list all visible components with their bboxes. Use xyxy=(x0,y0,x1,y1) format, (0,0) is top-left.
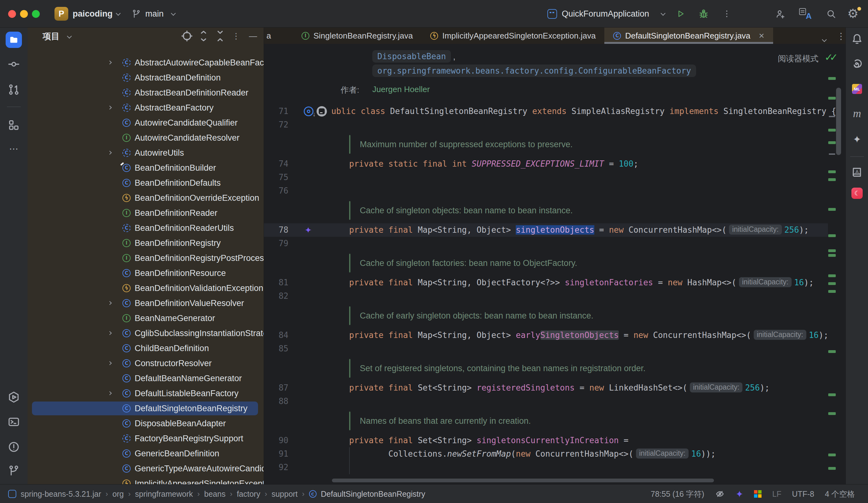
zoom-window-button[interactable] xyxy=(32,10,40,18)
changed-lines-marker[interactable] xyxy=(828,234,836,237)
tree-item[interactable]: CCglibSubclassingInstantiationStrategy xyxy=(28,326,264,341)
structure-tool-button[interactable] xyxy=(8,119,20,131)
tree-item[interactable]: CAutowireUtils xyxy=(28,145,264,160)
code-line[interactable]: 85 xyxy=(264,342,846,356)
branch-selector[interactable]: main xyxy=(145,0,164,28)
changed-lines-marker[interactable] xyxy=(828,393,836,396)
code-line[interactable]: 91 Collections.newSetFromMap(new Concurr… xyxy=(264,447,846,461)
settings-button[interactable]: ⚙ xyxy=(847,0,859,28)
tree-item[interactable]: IBeanDefinitionReader xyxy=(28,205,264,220)
code-line[interactable]: 71↓ublic class DefaultSingletonBeanRegis… xyxy=(264,105,846,118)
indent-setting[interactable]: 4 个空格 xyxy=(825,489,855,499)
lingma-status-icon[interactable]: ✦ xyxy=(735,489,743,500)
chevron-right-icon[interactable] xyxy=(108,361,112,365)
changed-lines-marker[interactable] xyxy=(828,97,836,100)
tree-item[interactable]: ϟBeanDefinitionValidationException xyxy=(28,281,264,296)
tree-item[interactable]: CConstructorResolver xyxy=(28,356,264,371)
editor-tab[interactable]: ϟImplicitlyAppearedSingletonException.ja… xyxy=(422,28,604,44)
tree-item[interactable]: CBeanDefinitionReaderUtils xyxy=(28,220,264,236)
debug-button[interactable] xyxy=(698,9,709,19)
tree-item[interactable]: CAbstractAutowireCapableBeanFactory xyxy=(28,55,264,70)
code-line[interactable]: 76 xyxy=(264,184,846,198)
tree-item[interactable]: CAbstractBeanFactory xyxy=(28,100,264,115)
code-line[interactable]: 79 xyxy=(264,237,846,250)
translation-book-button[interactable]: A xyxy=(851,166,863,178)
code-line[interactable]: 82 xyxy=(264,289,846,303)
tree-item[interactable]: ϟImplicitlyAppearedSingletonException xyxy=(28,476,264,484)
code-editor[interactable]: DisposableBean , org.springframework.bea… xyxy=(264,44,846,484)
breadcrumb-item[interactable]: factory xyxy=(237,490,260,499)
tree-item[interactable]: CDisposableBeanAdapter xyxy=(28,416,264,431)
clipped-tab[interactable]: a xyxy=(264,28,281,44)
tree-item[interactable]: CAbstractBeanDefinitionReader xyxy=(28,85,264,100)
tree-item[interactable]: IBeanDefinitionRegistryPostProcessor xyxy=(28,250,264,266)
tree-item[interactable]: CBeanDefinitionDefaults xyxy=(28,175,264,191)
add-user-button[interactable] xyxy=(775,9,786,19)
changed-lines-marker[interactable] xyxy=(828,77,836,80)
changed-lines-marker[interactable] xyxy=(828,412,836,415)
tree-item[interactable]: CBeanDefinitionBuilder xyxy=(28,160,264,175)
changed-lines-marker[interactable] xyxy=(828,467,836,470)
code-line[interactable]: 84private final Map<String, Object> earl… xyxy=(264,329,846,342)
changed-lines-marker[interactable] xyxy=(828,453,836,456)
chevron-right-icon[interactable] xyxy=(108,331,112,335)
run-button[interactable] xyxy=(676,9,685,19)
tab-list-chevron[interactable] xyxy=(819,34,829,45)
tree-item[interactable]: CBeanDefinitionValueResolver xyxy=(28,296,264,311)
tree-item[interactable]: CGenericTypeAwareAutowireCandidateResolv… xyxy=(28,461,264,476)
more-tools-button[interactable]: ⋯ xyxy=(8,142,20,155)
project-selector[interactable]: paicoding xyxy=(73,0,113,28)
breadcrumb-item[interactable]: org xyxy=(112,490,124,499)
services-tool-button[interactable] xyxy=(8,391,20,403)
tree-item[interactable]: IBeanDefinitionRegistry xyxy=(28,236,264,250)
breadcrumb-item[interactable]: DefaultSingletonBeanRegistry xyxy=(321,490,425,499)
line-ending[interactable]: LF xyxy=(772,490,781,499)
tree-item[interactable]: CGenericBeanDefinition xyxy=(28,446,264,461)
search-everywhere-button[interactable] xyxy=(826,9,836,19)
pull-requests-tool-button[interactable] xyxy=(8,83,20,96)
tree-item[interactable]: IBeanNameGenerator xyxy=(28,311,264,326)
close-window-button[interactable] xyxy=(8,10,16,18)
code-line[interactable]: 78✦private final Map<String, Object> sin… xyxy=(264,223,846,237)
project-tool-button[interactable] xyxy=(6,32,22,48)
tree-item[interactable]: CAutowireCandidateQualifier xyxy=(28,115,264,130)
notifications-button[interactable] xyxy=(851,33,863,45)
more-actions-button[interactable] xyxy=(722,9,732,19)
breadcrumb-item[interactable]: springframework xyxy=(135,490,193,499)
close-tab-icon[interactable]: × xyxy=(759,31,764,40)
chevron-right-icon[interactable] xyxy=(108,105,112,110)
chevron-right-icon[interactable] xyxy=(108,301,112,305)
breadcrumb-item[interactable]: support xyxy=(271,490,298,499)
stripe-marker[interactable] xyxy=(829,116,835,117)
tree-item[interactable]: CAbstractBeanDefinition xyxy=(28,70,264,85)
tab-more-button[interactable]: ⋮ xyxy=(836,31,846,41)
file-encoding[interactable]: UTF-8 xyxy=(792,490,814,499)
code-line[interactable]: 87private final Set<String> registeredSi… xyxy=(264,381,846,394)
ms-plugin-icon[interactable] xyxy=(754,490,762,498)
tree-item[interactable]: IAutowireCandidateResolver xyxy=(28,130,264,145)
changed-lines-marker[interactable] xyxy=(828,290,836,293)
changed-lines-marker[interactable] xyxy=(828,282,836,285)
problems-tool-button[interactable] xyxy=(8,441,20,453)
gutter-action-icon[interactable] xyxy=(317,106,327,116)
translate-button[interactable]: A xyxy=(799,8,812,20)
stripe-marker[interactable] xyxy=(829,153,835,155)
changed-lines-marker[interactable] xyxy=(828,141,836,144)
breadcrumb-item[interactable]: spring-beans-5.3.21.jar xyxy=(21,490,101,499)
changed-lines-marker[interactable] xyxy=(828,171,836,173)
changed-lines-marker[interactable] xyxy=(828,254,836,257)
horizontal-scrollbar[interactable] xyxy=(332,479,714,482)
vertical-scrollbar[interactable] xyxy=(836,88,841,155)
maven-button[interactable]: m xyxy=(851,107,863,120)
editor-tab[interactable]: ISingletonBeanRegistry.java xyxy=(293,28,422,44)
commit-tool-button[interactable] xyxy=(8,58,20,71)
red-plugin-button[interactable]: ☾ xyxy=(851,187,863,199)
caret-position[interactable]: 78:55 (16 字符) xyxy=(651,489,704,499)
code-line[interactable]: 81private final Map<String, ObjectFactor… xyxy=(264,276,846,289)
tree-item[interactable]: CDefaultSingletonBeanRegistry xyxy=(28,401,264,416)
code-line[interactable]: 74private static final int SUPPRESSED_EX… xyxy=(264,157,846,171)
changed-lines-marker[interactable] xyxy=(828,274,836,277)
chevron-right-icon[interactable] xyxy=(108,60,112,64)
tree-item[interactable]: ϟBeanDefinitionOverrideException xyxy=(28,191,264,205)
changed-lines-marker[interactable] xyxy=(828,129,836,132)
